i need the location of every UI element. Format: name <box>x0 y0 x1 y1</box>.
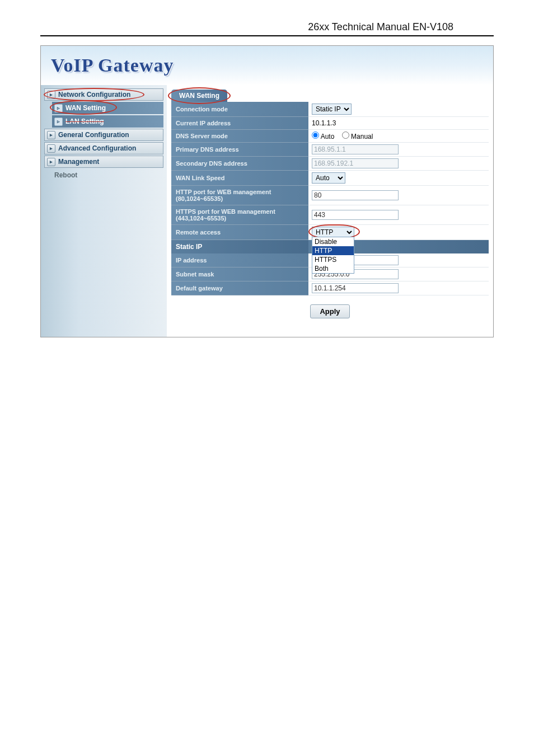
sidebar-item-management[interactable]: ▸ Management <box>44 156 163 168</box>
section-header-wan: WAN Setting <box>171 90 227 102</box>
option-http[interactable]: HTTP <box>312 246 354 255</box>
label-subnet-mask: Subnet mask <box>171 267 308 281</box>
option-both[interactable]: Both <box>312 264 354 273</box>
screenshot-frame: VoIP Gateway ▸ Network Configuration ▹ W… <box>40 45 494 337</box>
label-secondary-dns: Secondary DNS address <box>171 157 308 171</box>
https-port-input[interactable] <box>312 210 399 220</box>
sidebar-item-label: General Configuration <box>58 131 129 139</box>
sidebar-item-label: Advanced Configuration <box>58 144 136 152</box>
dns-auto-radio[interactable]: Auto <box>312 133 334 140</box>
dns-manual-radio[interactable]: Manual <box>342 133 373 140</box>
sidebar-item-advanced[interactable]: ▸ Advanced Configuration <box>44 142 163 154</box>
label-https-port: HTTPS port for WEB management (443,1024~… <box>171 205 308 225</box>
primary-dns-input[interactable] <box>312 144 399 154</box>
sidebar-item-network[interactable]: ▸ Network Configuration <box>44 88 163 101</box>
sidebar-item-lan[interactable]: ▹ LAN Setting <box>52 115 163 128</box>
label-connection-mode: Connection mode <box>171 102 308 117</box>
play-icon: ▹ <box>54 118 63 126</box>
label-current-ip: Current IP address <box>171 117 308 130</box>
option-disable[interactable]: Disable <box>312 237 354 246</box>
expand-icon: ▸ <box>47 158 55 166</box>
sidebar-item-wan[interactable]: ▹ WAN Setting <box>52 102 163 114</box>
wan-settings-table: Connection mode Static IP Current IP add… <box>171 102 489 295</box>
label-primary-dns: Primary DNS address <box>171 143 308 157</box>
sidebar-item-label: Management <box>58 158 99 166</box>
value-current-ip: 10.1.1.3 <box>308 117 489 130</box>
section-header-static-ip: Static IP <box>171 240 308 254</box>
sidebar-item-reboot[interactable]: Reboot <box>52 169 163 181</box>
remote-access-options: Disable HTTP HTTPS Both <box>312 237 354 274</box>
product-title: VoIP Gateway <box>51 55 174 76</box>
banner: VoIP Gateway <box>41 46 493 85</box>
main-panel: WAN Setting Connection mode Static IP Cu… <box>167 85 493 337</box>
expand-icon: ▸ <box>47 91 55 99</box>
label-default-gateway: Default gateway <box>171 281 308 295</box>
sidebar-item-label: Reboot <box>54 171 77 179</box>
expand-icon: ▸ <box>47 144 55 153</box>
sidebar-item-label: WAN Setting <box>65 104 106 112</box>
http-port-input[interactable] <box>312 190 399 200</box>
sidebar-item-label: LAN Setting <box>65 118 104 125</box>
play-icon: ▹ <box>54 104 63 112</box>
expand-icon: ▸ <box>47 131 55 139</box>
sidebar: ▸ Network Configuration ▹ WAN Setting ▹ … <box>41 85 167 337</box>
remote-access-select[interactable]: HTTP Disable HTTP HTTPS Both <box>312 227 354 238</box>
label-wan-link: WAN Link Speed <box>171 171 308 186</box>
label-ip-address: IP address <box>171 253 308 267</box>
connection-mode-select[interactable]: Static IP <box>312 104 352 115</box>
label-http-port: HTTP port for WEB management (80,1024~65… <box>171 186 308 205</box>
radio-label: Manual <box>351 133 373 140</box>
document-header: 26xx Technical Manual EN-V108 <box>40 0 494 36</box>
wan-link-select[interactable]: Auto <box>312 172 345 184</box>
secondary-dns-input[interactable] <box>312 158 399 168</box>
apply-button[interactable]: Apply <box>310 304 349 318</box>
label-dns-mode: DNS Server mode <box>171 130 308 143</box>
sidebar-item-general[interactable]: ▸ General Configuration <box>44 129 163 141</box>
option-https[interactable]: HTTPS <box>312 255 354 264</box>
radio-label: Auto <box>321 133 335 140</box>
default-gateway-input[interactable] <box>312 283 399 293</box>
sidebar-item-label: Network Configuration <box>58 91 130 98</box>
label-remote-access: Remote access <box>171 225 308 240</box>
